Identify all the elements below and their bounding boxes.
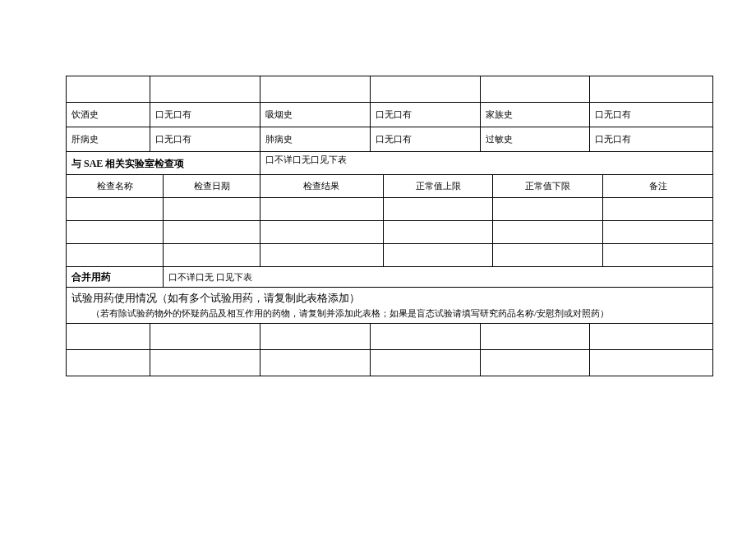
family-history-label: 家族史 bbox=[480, 103, 590, 127]
cell[interactable] bbox=[260, 244, 384, 267]
cell[interactable] bbox=[493, 198, 603, 221]
col-exam-name: 检查名称 bbox=[67, 175, 164, 198]
cell[interactable] bbox=[150, 324, 260, 350]
cell[interactable] bbox=[67, 324, 150, 350]
smoking-history-value[interactable]: 口无口有 bbox=[370, 103, 480, 127]
cell[interactable] bbox=[260, 221, 384, 244]
cell[interactable] bbox=[493, 244, 603, 267]
cell bbox=[260, 76, 371, 103]
liver-history-label: 肝病史 bbox=[67, 127, 150, 152]
col-lower-limit: 正常值下限 bbox=[493, 175, 603, 198]
cell bbox=[370, 76, 480, 103]
cell[interactable] bbox=[260, 350, 371, 376]
allergy-history-label: 过敏史 bbox=[480, 127, 590, 152]
cell[interactable] bbox=[164, 198, 260, 221]
table-row bbox=[67, 221, 713, 244]
smoking-history-label: 吸烟史 bbox=[260, 103, 371, 127]
table-row bbox=[67, 350, 713, 376]
family-history-value[interactable]: 口无口有 bbox=[590, 103, 713, 127]
table-row bbox=[67, 244, 713, 267]
cell[interactable] bbox=[480, 324, 590, 350]
col-remark: 备注 bbox=[603, 175, 713, 198]
col-upper-limit: 正常值上限 bbox=[383, 175, 493, 198]
medication-table bbox=[66, 323, 713, 376]
form-container: 饮酒史 口无口有 吸烟史 口无口有 家族史 口无口有 肝病史 口无口有 肺病史 … bbox=[66, 76, 713, 376]
table-row bbox=[67, 324, 713, 350]
lab-section-label: 与 SAE 相关实验室检查项 bbox=[67, 152, 260, 175]
table-row bbox=[67, 76, 713, 103]
cell[interactable] bbox=[603, 198, 713, 221]
lab-section-opts[interactable]: 口不详口无口见下表 bbox=[260, 152, 713, 175]
concomitant-opts[interactable]: 口不详口无 口见下表 bbox=[164, 267, 713, 288]
concomitant-label: 合并用药 bbox=[67, 267, 164, 288]
medication-heading-block: 试验用药使用情况（如有多个试验用药，请复制此表格添加） （若有除试验药物外的怀疑… bbox=[66, 287, 713, 323]
col-exam-date: 检查日期 bbox=[164, 175, 260, 198]
concomitant-label-text: 合并用药 bbox=[71, 271, 111, 283]
cell[interactable] bbox=[67, 221, 164, 244]
table-row: 肝病史 口无口有 肺病史 口无口有 过敏史 口无口有 bbox=[67, 127, 713, 152]
cell[interactable] bbox=[370, 324, 480, 350]
drinking-history-label: 饮酒史 bbox=[67, 103, 150, 127]
lab-section-row: 与 SAE 相关实验室检查项 口不详口无口见下表 bbox=[67, 152, 713, 175]
lung-history-value[interactable]: 口无口有 bbox=[370, 127, 480, 152]
cell[interactable] bbox=[67, 350, 150, 376]
allergy-history-value[interactable]: 口无口有 bbox=[590, 127, 713, 152]
liver-history-value[interactable]: 口无口有 bbox=[150, 127, 260, 152]
cell[interactable] bbox=[164, 221, 260, 244]
cell bbox=[590, 76, 713, 103]
cell bbox=[150, 76, 260, 103]
concomitant-row: 合并用药 口不详口无 口见下表 bbox=[67, 267, 713, 288]
cell[interactable] bbox=[603, 221, 713, 244]
medication-subheading: （若有除试验药物外的怀疑药品及相互作用的药物，请复制并添加此表格；如果是盲态试验… bbox=[67, 307, 712, 323]
cell[interactable] bbox=[67, 198, 164, 221]
lung-history-label: 肺病史 bbox=[260, 127, 371, 152]
cell[interactable] bbox=[150, 350, 260, 376]
table-row: 饮酒史 口无口有 吸烟史 口无口有 家族史 口无口有 bbox=[67, 103, 713, 127]
cell[interactable] bbox=[493, 221, 603, 244]
cell[interactable] bbox=[383, 244, 493, 267]
cell[interactable] bbox=[603, 244, 713, 267]
cell[interactable] bbox=[590, 350, 713, 376]
concomitant-table: 合并用药 口不详口无 口见下表 bbox=[66, 266, 713, 288]
col-exam-result: 检查结果 bbox=[260, 175, 384, 198]
lab-header-row: 检查名称 检查日期 检查结果 正常值上限 正常值下限 备注 bbox=[67, 175, 713, 198]
cell[interactable] bbox=[260, 324, 371, 350]
table-row bbox=[67, 198, 713, 221]
cell[interactable] bbox=[370, 350, 480, 376]
lab-section-label-text: 与 SAE 相关实验室检查项 bbox=[71, 158, 184, 169]
cell bbox=[67, 76, 150, 103]
cell[interactable] bbox=[480, 350, 590, 376]
cell[interactable] bbox=[383, 221, 493, 244]
drinking-history-value[interactable]: 口无口有 bbox=[150, 103, 260, 127]
cell[interactable] bbox=[590, 324, 713, 350]
lab-table: 与 SAE 相关实验室检查项 口不详口无口见下表 检查名称 检查日期 检查结果 … bbox=[66, 151, 713, 267]
cell bbox=[480, 76, 590, 103]
cell[interactable] bbox=[260, 198, 384, 221]
cell[interactable] bbox=[164, 244, 260, 267]
cell[interactable] bbox=[383, 198, 493, 221]
medication-heading: 试验用药使用情况（如有多个试验用药，请复制此表格添加） bbox=[67, 288, 712, 307]
cell[interactable] bbox=[67, 244, 164, 267]
history-table: 饮酒史 口无口有 吸烟史 口无口有 家族史 口无口有 肝病史 口无口有 肺病史 … bbox=[66, 76, 713, 152]
